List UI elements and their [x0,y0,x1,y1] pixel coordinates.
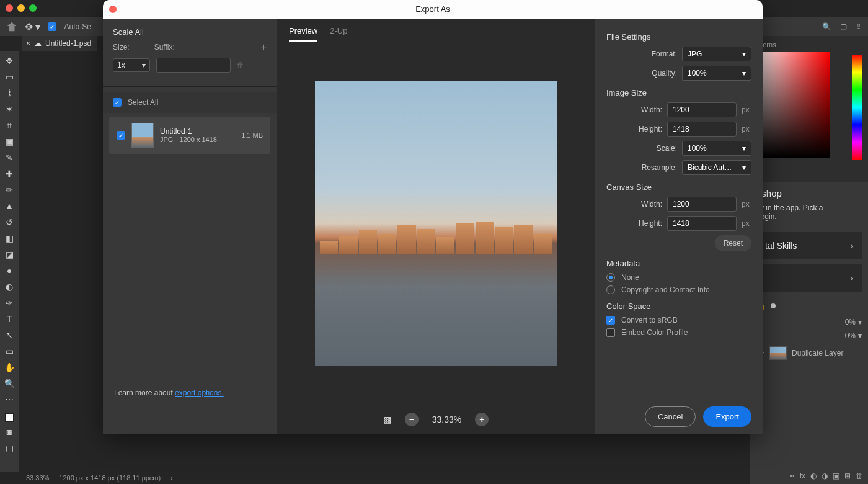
brush-tool-icon[interactable]: ✏ [3,184,16,196]
learn-desc2: begin. [756,212,862,221]
zoom-level[interactable]: 33.33% [26,474,49,482]
heal-tool-icon[interactable]: ✚ [3,168,16,180]
cwidth-label: Width: [606,200,662,208]
color-field[interactable] [755,52,830,158]
scale-select[interactable]: 100%▾ [682,141,751,156]
dialog-titlebar: Export As [103,0,763,19]
skills-label: tal Skills [765,241,797,251]
document-tab[interactable]: × ☁ Untitled-1.psd [22,36,97,51]
resample-select[interactable]: Bicubic Aut…▾ [682,160,751,175]
format-select[interactable]: JPG▾ [682,47,751,61]
metadata-copyright-radio[interactable] [606,285,615,294]
canvas-size-title: Canvas Size [606,182,751,192]
artboard-icon[interactable]: ▢ [840,22,847,31]
cancel-button[interactable]: Cancel [645,406,696,427]
height-input[interactable]: 1418 [667,122,737,137]
adjustment-icon[interactable]: ◑ [822,472,828,480]
gradient-tool-icon[interactable]: ◪ [3,248,16,261]
image-size-title: Image Size [606,88,751,97]
chevron-right-icon[interactable]: › [170,474,173,482]
embed-profile-checkbox[interactable] [606,328,615,337]
select-all-checkbox[interactable]: ✓ [113,98,122,107]
fx-icon[interactable]: fx [800,472,805,480]
search-icon[interactable]: 🔍 [822,22,831,31]
close-icon[interactable] [6,4,13,12]
cheight-label: Height: [606,219,662,228]
layer-row[interactable]: 👁 Duplicate Layer [750,343,868,364]
skills-card[interactable]: tal Skills › [756,232,862,259]
patterns-tab[interactable]: atterns [755,41,863,48]
home-icon[interactable] [6,21,17,32]
stamp-tool-icon[interactable]: ▲ [3,200,16,212]
topbar-right: 🔍 ▢ ⇪ [822,17,862,36]
blur-tool-icon[interactable]: ● [3,264,16,277]
lasso-tool-icon[interactable]: ⌇ [3,87,16,99]
blank-card[interactable]: › [756,264,862,292]
mask-icon[interactable]: ◐ [810,472,817,480]
frame-tool-icon[interactable]: ▣ [3,135,16,148]
document-name: Untitled-1.psd [45,39,91,48]
close-icon[interactable] [109,6,117,13]
reset-button[interactable]: Reset [715,235,751,251]
quality-select[interactable]: 100%▾ [682,66,751,81]
export-dialog: Export As Scale All Size: Suffix: + 1x▾ … [103,0,763,434]
srgb-checkbox[interactable]: ✓ [606,316,615,325]
type-tool-icon[interactable]: T [3,313,16,325]
select-all-label: Select All [128,98,158,107]
shape-tool-icon[interactable]: ▭ [3,345,16,357]
eraser-tool-icon[interactable]: ◧ [3,232,16,244]
color-panel: atterns [750,36,868,182]
auto-select-checkbox[interactable]: ✓ [48,22,56,31]
path-tool-icon[interactable]: ↖ [3,329,16,341]
artboard-toggle-icon[interactable]: ▩ [383,415,391,424]
opacity-slider-dot[interactable] [771,303,776,308]
suffix-input[interactable] [156,58,231,73]
zoom-value: 33.33% [432,415,461,424]
select-all-row[interactable]: ✓ Select All [103,92,277,113]
pen-tool-icon[interactable]: ✑ [3,297,16,309]
hue-slider[interactable] [852,55,862,160]
embed-profile-label: Embed Color Profile [621,328,688,337]
new-layer-icon[interactable]: ⊞ [844,472,851,480]
layers-footer: ⚭ fx ◐ ◑ ▣ ⊞ 🗑 [789,472,863,480]
metadata-none-radio[interactable] [606,273,615,282]
item-format: JPG [160,136,173,143]
maximize-icon[interactable] [29,4,37,12]
zoom-in-button[interactable]: + [475,413,489,426]
history-tool-icon[interactable]: ↺ [3,216,16,228]
suffix-label: Suffix: [154,43,175,52]
export-button[interactable]: Export [703,406,751,427]
color-swatch[interactable] [5,413,14,422]
cheight-input[interactable]: 1418 [667,216,737,231]
width-input[interactable]: 1200 [667,102,737,117]
close-tab-icon[interactable]: × [26,39,30,48]
scale-select[interactable]: 1x▾ [113,58,150,72]
move-tool-icon[interactable]: ✥ [3,55,16,67]
crop-tool-icon[interactable]: ⌗ [3,119,16,132]
quick-mask-icon[interactable]: ◙ [3,426,16,438]
cwidth-input[interactable]: 1200 [667,197,737,212]
folder-icon[interactable]: ▣ [833,472,839,480]
tab-preview[interactable]: Preview [289,26,317,42]
wand-tool-icon[interactable]: ✶ [3,103,16,115]
marquee-tool-icon[interactable]: ▭ [3,71,16,83]
trash-icon[interactable]: 🗑 [856,472,863,480]
move-tool-icon[interactable]: ✥ ▾ [25,21,40,33]
zoom-out-button[interactable]: − [405,413,418,426]
add-size-icon[interactable]: + [261,42,267,53]
item-checkbox[interactable]: ✓ [117,131,125,140]
learn-panel: oshop tly in the app. Pick a begin. [750,182,868,227]
more-tools-icon[interactable]: ⋯ [3,393,16,406]
export-item[interactable]: ✓ Untitled-1 JPG 1200 x 1418 1.1 MB [109,117,270,154]
eyedropper-tool-icon[interactable]: ✎ [3,151,16,164]
height-label: Height: [606,125,662,133]
dodge-tool-icon[interactable]: ◐ [3,280,16,293]
tab-two-up[interactable]: 2-Up [330,26,347,42]
minimize-icon[interactable] [17,4,25,12]
hand-tool-icon[interactable]: ✋ [3,361,16,374]
zoom-tool-icon[interactable]: 🔍 [3,377,16,390]
link-layers-icon[interactable]: ⚭ [789,472,795,480]
delete-size-icon[interactable]: 🗑 [237,61,244,69]
screen-mode-icon[interactable]: ▢ [3,442,16,454]
share-icon[interactable]: ⇪ [856,22,862,31]
